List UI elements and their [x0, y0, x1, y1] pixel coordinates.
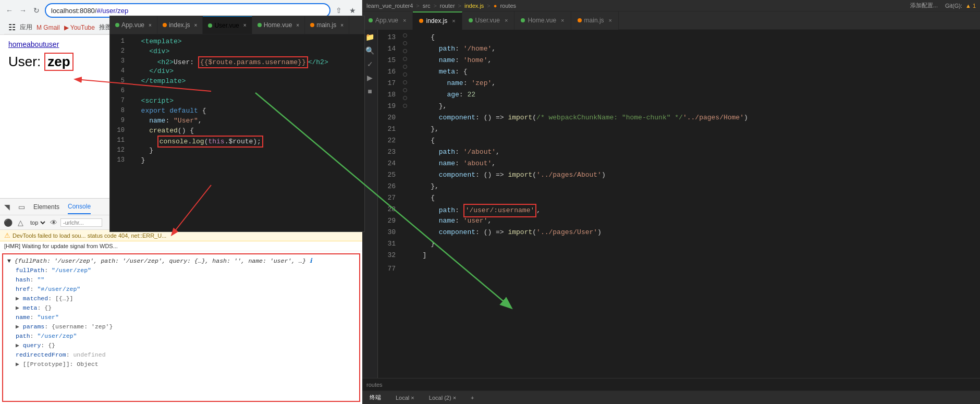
right-tab-user-vue[interactable]: User.vue ×	[462, 11, 515, 30]
field-meta[interactable]: ▶ meta: {}	[16, 303, 355, 313]
right-tab-index-js[interactable]: index.js ×	[413, 11, 462, 30]
index-js-dot	[163, 23, 167, 27]
bottom-tab-local2[interactable]: Local (2) ×	[426, 394, 459, 402]
bottom-tab-add[interactable]: +	[468, 394, 477, 402]
devtools-tab-console[interactable]: Console	[68, 200, 91, 214]
toolbar-prohibit-icon[interactable]: ⚫	[3, 218, 13, 227]
right-tab-app-vue[interactable]: App.vue ×	[362, 11, 413, 30]
tab-user-vue[interactable]: User.vue ×	[203, 16, 252, 34]
right-tab-home-close[interactable]: ×	[561, 17, 564, 23]
code-line-8: export default {	[133, 106, 360, 116]
right-line-31: }	[414, 238, 976, 250]
editor-body: 12345 678910 111213 <template> <div> <h2…	[110, 34, 364, 231]
field-name: name: "user"	[16, 313, 355, 322]
gutter-dot-8	[403, 88, 407, 92]
devtools-tab-elements[interactable]: Elements	[33, 200, 59, 214]
prototype-line[interactable]: ▶ [[Prototype]]: Object	[7, 360, 355, 369]
right-line-18: age: 22	[414, 89, 976, 101]
tab-user-vue-close[interactable]: ×	[243, 22, 247, 28]
expand-icon[interactable]: ▼	[7, 258, 11, 264]
home-vue-dot	[258, 23, 262, 27]
field-query[interactable]: ▶ query: {}	[16, 341, 355, 350]
object-fields: fullPath: "/user/zep" hash: "" href: "#/…	[7, 266, 355, 360]
sidebar-search-icon[interactable]: 🔍	[365, 45, 375, 56]
right-tab-user-close[interactable]: ×	[505, 17, 508, 23]
right-tab-app-label: App.vue	[375, 17, 398, 24]
breadcrumb-routes: ●	[494, 3, 497, 9]
code-line-1: <template>	[133, 36, 360, 46]
toolbar-clear-icon[interactable]: △	[16, 218, 25, 227]
share-button[interactable]: ⇧	[334, 5, 344, 16]
field-matched[interactable]: ▶ matched: [{…}]	[16, 294, 355, 303]
warning-icon: ⚠	[4, 231, 10, 239]
tab-main-js[interactable]: main.js ×	[305, 16, 349, 34]
add-config-button[interactable]: 添加配置...	[910, 2, 938, 9]
tab-main-js-close[interactable]: ×	[340, 22, 344, 28]
sidebar-files-icon[interactable]: 📁	[365, 32, 375, 42]
tab-home-vue-close[interactable]: ×	[296, 22, 299, 28]
right-code-content: { path: '/home', name: 'home', meta: { n…	[410, 30, 980, 378]
bottom-tab-local[interactable]: Local ×	[393, 394, 418, 402]
toolbar-eye-icon[interactable]: 👁	[50, 218, 57, 227]
field-params[interactable]: ▶ params: {username: 'zep'}	[16, 322, 355, 332]
bookmark-gmail[interactable]: M Gmail	[36, 24, 60, 31]
gutter-dot-2	[403, 41, 407, 45]
field-fullPath: fullPath: "/user/zep"	[16, 266, 355, 275]
right-line-13: {	[414, 32, 976, 43]
code-line-13: }	[133, 155, 360, 165]
right-line-15: name: 'home',	[414, 55, 976, 66]
object-summary[interactable]: ▼ {fullPath: '/user/zep', path: '/user/z…	[7, 256, 355, 266]
tab-user-vue-label: User.vue	[214, 22, 239, 29]
right-line-28: path: '/user/:username',	[414, 204, 976, 215]
right-tab-home-label: Home.vue	[528, 17, 556, 24]
sidebar-git-icon[interactable]: ✓	[365, 59, 375, 69]
right-tab-main-close[interactable]: ×	[609, 17, 612, 23]
field-href: href: "#/user/zep"	[16, 285, 355, 294]
right-editor: learn_vue_router4 > src > router > index…	[362, 0, 980, 404]
toolbar-filter-input[interactable]	[60, 218, 102, 227]
tab-home-vue[interactable]: Home.vue ×	[252, 16, 305, 34]
right-tab-index-close[interactable]: ×	[452, 18, 455, 24]
devtools-object-output: ▼ {fullPath: '/user/zep', path: '/user/z…	[2, 253, 360, 402]
right-line-numbers: 1314151617 1819202122 2324252627 2829303…	[378, 30, 400, 378]
git-label: Git(G):	[945, 3, 962, 9]
devtools-icon-device[interactable]: ▭	[18, 203, 25, 211]
right-index-js-dot	[419, 19, 423, 23]
code-line-7: <script>	[133, 96, 360, 106]
right-home-vue-dot	[521, 18, 525, 22]
sidebar-plugin-icon[interactable]: ■	[365, 86, 375, 96]
toolbar-context-select[interactable]: top	[28, 219, 47, 226]
nav-user[interactable]: user	[45, 40, 59, 48]
reload-button[interactable]: ↻	[31, 5, 42, 16]
gutter-dot-10	[403, 104, 407, 108]
devtools-icon-inspect[interactable]: ◥	[4, 203, 10, 211]
tab-app-vue-close[interactable]: ×	[149, 22, 152, 28]
forward-button[interactable]: →	[18, 5, 28, 16]
nav-about[interactable]: about	[27, 40, 45, 48]
tab-index-js[interactable]: index.js ×	[157, 16, 203, 34]
nav-home[interactable]: home	[8, 40, 27, 48]
breadcrumb-router: router	[440, 3, 455, 9]
right-line-17: name: 'zep',	[414, 78, 976, 89]
bookmark-youtube[interactable]: ▶ YouTube	[64, 24, 95, 31]
right-line-24: name: 'about',	[414, 158, 976, 169]
bookmark-button[interactable]: ★	[347, 5, 358, 16]
tab-index-js-close[interactable]: ×	[194, 22, 198, 28]
hmr-log: [HMR] Waiting for update signal from WDS…	[0, 241, 362, 251]
right-tab-home-vue[interactable]: Home.vue ×	[514, 11, 571, 30]
code-line-2: <div>	[133, 46, 360, 56]
bottom-tab-terminal[interactable]: 终端	[366, 393, 384, 402]
right-tab-app-close[interactable]: ×	[403, 17, 406, 23]
bookmark-apps[interactable]: 应用	[20, 23, 32, 32]
right-tab-main-js[interactable]: main.js ×	[571, 11, 619, 30]
right-main-js-dot	[578, 18, 582, 22]
tab-app-vue[interactable]: App.vue ×	[110, 16, 157, 34]
right-line-22: {	[414, 135, 976, 146]
back-button[interactable]: ←	[4, 5, 15, 16]
tab-index-js-label: index.js	[169, 21, 190, 29]
code-content: <template> <div> <h2>User: {{$route.para…	[129, 34, 364, 231]
right-line-21: },	[414, 124, 976, 135]
right-editor-footer: routes	[362, 378, 980, 390]
sidebar-debug-icon[interactable]: ▶	[365, 72, 375, 83]
breadcrumb-learn: learn_vue_router4	[366, 3, 413, 9]
